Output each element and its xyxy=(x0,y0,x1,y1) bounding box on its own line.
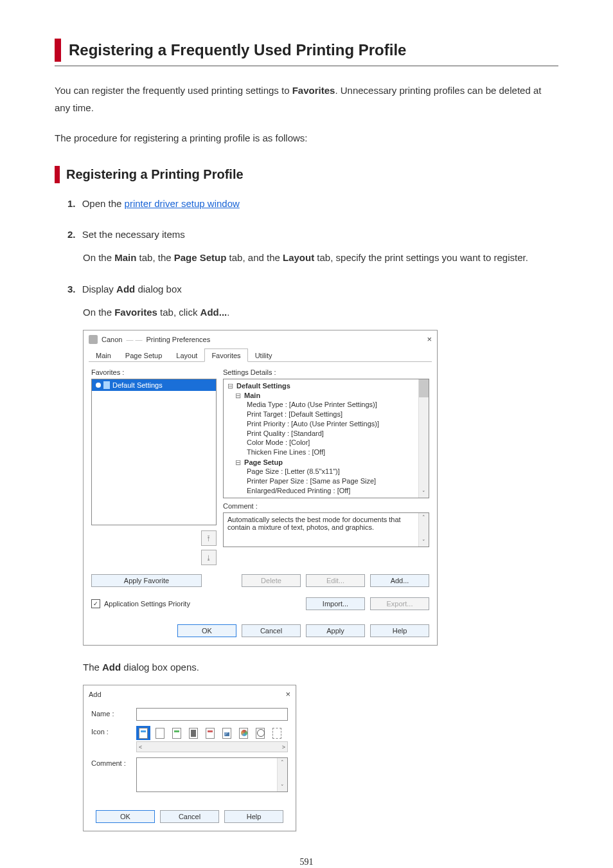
step-1-number: 1. xyxy=(67,198,76,209)
tab-page-setup[interactable]: Page Setup xyxy=(118,348,170,362)
icon-option[interactable] xyxy=(220,726,234,740)
scroll-up-icon[interactable]: ˄ xyxy=(278,758,287,767)
scrollbar-thumb[interactable] xyxy=(419,379,429,397)
comment-label: Comment : xyxy=(223,502,429,510)
tree-leaf: Print Priority : [Auto (Use Printer Sett… xyxy=(247,419,425,429)
collapse-icon[interactable]: ⊟ xyxy=(227,382,233,390)
vertical-scrollbar[interactable]: ˄ ˅ xyxy=(418,379,429,498)
app-settings-priority-row: ✓ Application Settings Priority xyxy=(91,599,190,608)
vertical-scrollbar[interactable]: ˄ ˅ xyxy=(277,758,287,791)
page-icon xyxy=(103,381,110,389)
profile-icon xyxy=(272,728,281,739)
tree-leaf: Enlarged/Reduced Printing : [Off] xyxy=(247,486,425,496)
profile-icon xyxy=(139,728,148,739)
app-settings-priority-checkbox[interactable]: ✓ xyxy=(91,599,100,608)
page-number: 591 xyxy=(55,857,558,867)
add-dialog-title: Add xyxy=(89,691,102,698)
icon-picker[interactable] xyxy=(136,726,288,740)
intro-text-pre: You can register the frequently used pri… xyxy=(55,85,292,96)
move-down-button[interactable]: ⭳ xyxy=(201,550,217,565)
dialog-title-censored: — — xyxy=(126,336,142,343)
step-3-text: On the xyxy=(83,307,114,318)
step-3-text: dialog box xyxy=(135,284,182,294)
tree-leaf: Page Size : [Letter (8.5"x11")] xyxy=(247,467,425,476)
name-input[interactable] xyxy=(136,708,288,721)
step-3-text: Display xyxy=(82,284,116,294)
step-2-title: Set the necessary items xyxy=(82,229,185,240)
export-button[interactable]: Export... xyxy=(370,597,429,610)
cancel-button[interactable]: Cancel xyxy=(160,810,219,823)
tree-leaf: Thicken Fine Lines : [Off] xyxy=(247,448,425,457)
step-3-head: 3. Display Add dialog box xyxy=(67,282,558,297)
profile-icon xyxy=(239,728,248,739)
ok-button[interactable]: OK xyxy=(177,624,236,637)
delete-button[interactable]: Delete xyxy=(242,574,301,587)
profile-icon xyxy=(256,728,265,739)
tree-node-label: Page Setup xyxy=(244,458,283,466)
help-button[interactable]: Help xyxy=(370,624,429,637)
tree-leaf: Media Type : [Auto (Use Printer Settings… xyxy=(247,400,425,410)
tab-layout[interactable]: Layout xyxy=(169,348,204,362)
scroll-right-icon[interactable]: > xyxy=(282,744,285,750)
icon-option[interactable] xyxy=(270,726,284,740)
add-dialog-titlebar: Add × xyxy=(84,685,296,703)
tab-utility[interactable]: Utility xyxy=(248,348,280,362)
apply-button[interactable]: Apply xyxy=(306,624,365,637)
close-button[interactable]: × xyxy=(427,334,432,344)
import-button[interactable]: Import... xyxy=(306,597,365,610)
scroll-left-icon[interactable]: < xyxy=(139,744,142,750)
add-dialog-buttons: OK Cancel Help xyxy=(84,804,296,831)
icon-option[interactable] xyxy=(153,726,167,740)
printer-driver-setup-link[interactable]: printer driver setup window xyxy=(125,198,240,209)
collapse-icon[interactable]: ⊟ xyxy=(235,392,241,399)
vertical-scrollbar[interactable]: ˄ ˅ xyxy=(418,513,429,547)
cancel-button[interactable]: Cancel xyxy=(242,624,301,637)
printer-icon xyxy=(89,335,98,344)
add-dialog: Add × Name : Icon : xyxy=(83,685,296,831)
apply-favorite-button[interactable]: Apply Favorite xyxy=(91,574,202,587)
heading-rule xyxy=(55,66,558,66)
tab-main[interactable]: Main xyxy=(89,348,118,362)
icon-option[interactable] xyxy=(253,726,267,740)
tree-root-label: Default Settings xyxy=(236,382,290,390)
bullet-icon xyxy=(96,383,101,388)
horizontal-scrollbar[interactable]: < > xyxy=(136,741,288,752)
icon-option-selected[interactable] xyxy=(136,726,150,740)
move-up-button[interactable]: ⭱ xyxy=(201,530,217,546)
add-button[interactable]: Add... xyxy=(370,574,429,587)
icon-label: Icon : xyxy=(91,726,130,736)
comment-text-box: ˄ ˅ Automatically selects the best mode … xyxy=(223,512,429,547)
favorites-item-selected[interactable]: Default Settings xyxy=(92,379,216,391)
profile-icon xyxy=(222,728,231,739)
favorites-list[interactable]: Default Settings xyxy=(91,379,217,525)
comment-input[interactable]: ˄ ˅ xyxy=(136,757,288,792)
dialog-title-post: Printing Preferences xyxy=(146,336,210,343)
icon-option[interactable] xyxy=(186,726,200,740)
scroll-up-icon[interactable]: ˄ xyxy=(419,513,429,522)
step-3-after: The Add dialog box opens. xyxy=(83,658,558,676)
close-button[interactable]: × xyxy=(285,689,290,699)
scroll-down-icon[interactable]: ˅ xyxy=(278,782,287,791)
tab-favorites[interactable]: Favorites xyxy=(204,348,247,362)
step-2-text: On the xyxy=(83,252,114,263)
step-1-head: 1. Open the printer driver setup window xyxy=(67,196,558,212)
collapse-icon[interactable]: ⊟ xyxy=(235,458,241,466)
tree-leaf: Color Mode : [Color] xyxy=(247,438,425,448)
intro-paragraph: You can register the frequently used pri… xyxy=(55,82,558,116)
ok-button[interactable]: OK xyxy=(96,810,155,823)
icon-option[interactable] xyxy=(203,726,217,740)
help-button[interactable]: Help xyxy=(224,810,283,823)
settings-details-tree[interactable]: ˄ ˅ ⊟ Default Settings ⊟ Main Media Type… xyxy=(223,379,429,498)
icon-option[interactable] xyxy=(236,726,251,740)
step-3-number: 3. xyxy=(67,284,76,294)
edit-button[interactable]: Edit... xyxy=(306,574,365,587)
profile-icon xyxy=(189,728,198,739)
scroll-down-icon[interactable]: ˅ xyxy=(419,538,429,547)
scroll-down-icon[interactable]: ˅ xyxy=(419,489,429,498)
dialog-name-add: Add xyxy=(102,662,121,673)
dialog-bottom-buttons: OK Cancel Apply Help xyxy=(84,618,437,645)
tab-name-main: Main xyxy=(114,252,136,263)
icon-option[interactable] xyxy=(170,726,184,740)
tab-name-layout: Layout xyxy=(283,252,314,263)
dialog-name-add: Add xyxy=(116,284,135,294)
